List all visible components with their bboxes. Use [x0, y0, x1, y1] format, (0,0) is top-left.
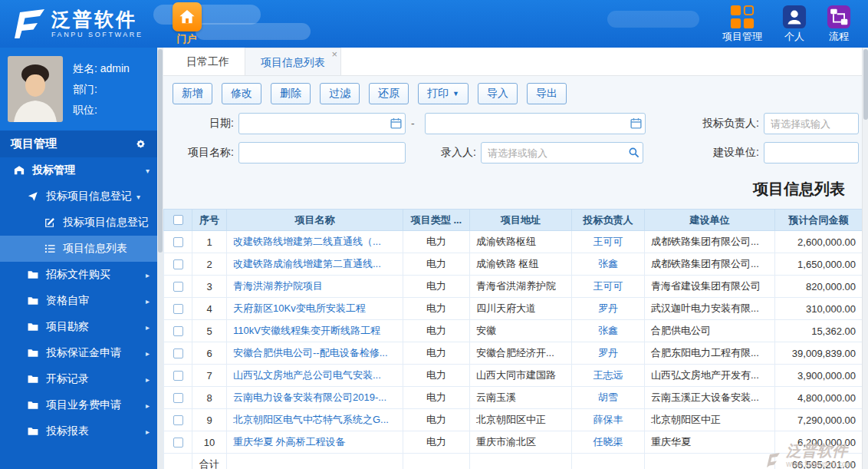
bid-leader-link[interactable]: 罗丹	[598, 302, 618, 314]
table-row: 7山西弘文房地产总公司电气安装...电力山西大同市建国路王志远山西弘文房地产开发…	[164, 365, 863, 387]
project-name-link[interactable]: 云南电力设备安装有限公司2019-...	[233, 391, 386, 403]
date-range-separator: -	[411, 117, 415, 130]
bid-leader-input[interactable]	[764, 113, 859, 134]
sidebar-item-project-info-list[interactable]: 项目信息列表	[0, 236, 163, 262]
row-checkbox[interactable]	[173, 371, 183, 381]
tab-daily-work[interactable]: 日常工作	[171, 48, 245, 75]
sidebar-item-project-survey[interactable]: 项目勘察▸	[0, 314, 163, 340]
table-body: 1改建铁路线增建第二线直通线（...电力成渝铁路枢纽王可可成都铁路集团有限公司.…	[164, 231, 863, 469]
row-select-cell	[164, 276, 192, 298]
project-name-link[interactable]: 重庆华夏 外高桥工程设备	[233, 436, 346, 448]
delete-button[interactable]: 删除	[271, 83, 311, 104]
bid-leader-link[interactable]: 张鑫	[598, 258, 618, 269]
date-from-input[interactable]	[238, 113, 406, 134]
calendar-icon[interactable]	[630, 117, 642, 129]
search-icon[interactable]	[628, 147, 639, 158]
row-checkbox[interactable]	[173, 259, 183, 269]
project-name-link[interactable]: 改建铁路成渝线增建第二直通线...	[233, 258, 381, 269]
sidebar-item-bid-opening-record[interactable]: 开标记录▸	[0, 366, 163, 392]
watermark: 泛普软件 www.fanpusoft.com	[764, 443, 853, 468]
bid-leader-link[interactable]: 任晓渠	[593, 436, 623, 448]
sidebar-scrollbar[interactable]	[157, 48, 163, 469]
row-checkbox[interactable]	[173, 393, 183, 403]
gear-icon[interactable]	[135, 138, 146, 150]
nav-item-process[interactable]: 流程	[827, 4, 851, 44]
window-scrollbar[interactable]	[862, 48, 868, 469]
project-name-link[interactable]: 北京朝阳区电气中芯特气系统之G...	[233, 414, 389, 425]
build-unit-input[interactable]	[764, 142, 859, 163]
project-name-link[interactable]: 110kV安徽线程集变开断线路工程	[233, 325, 380, 336]
nav-item-project-management[interactable]: 项目管理	[722, 4, 762, 44]
table-total-row: 合计66,595,201.00	[164, 454, 863, 469]
bid-leader-link[interactable]: 王可可	[593, 280, 623, 292]
tab-project-info-list[interactable]: 项目信息列表×	[245, 48, 341, 75]
date-filter-label: 日期:	[173, 117, 234, 130]
bid-leader-link[interactable]: 薛保丰	[593, 414, 623, 425]
calendar-icon[interactable]	[390, 117, 402, 129]
project-name-cell: 重庆华夏 外高桥工程设备	[227, 431, 403, 454]
row-select-cell	[164, 431, 192, 454]
cloud-decoration	[153, 5, 261, 25]
project-name-link[interactable]: 青海洪湖养护院项目	[233, 280, 323, 292]
sidebar-scrollbar-thumb[interactable]	[158, 49, 163, 253]
brand-logo: 泛普软件 FANPU SOFTWARE	[0, 9, 143, 38]
sidebar-item-bid-management[interactable]: 投标管理▾	[0, 157, 163, 183]
table-header-row: 序号项目名称项目类型 ...项目地址投标负责人建设单位预计合同金额	[164, 210, 863, 231]
bid-leader-link[interactable]: 王可可	[593, 236, 623, 247]
date-to-input[interactable]	[425, 113, 646, 134]
project-name-link[interactable]: 天府新区10Kv变电所安装工程	[233, 302, 366, 314]
project-name-input[interactable]	[238, 142, 406, 163]
row-checkbox[interactable]	[173, 438, 183, 448]
sidebar: 姓名: admin 部门: 职位: 项目管理 投标管理▾投标项目信息登记▾投标项…	[0, 48, 163, 469]
nav-item-personal[interactable]: 个人	[782, 4, 807, 44]
build-unit-cell: 武汉迦叶电力安装有限...	[645, 298, 775, 320]
caret-down-icon: ▾	[136, 193, 140, 201]
row-checkbox[interactable]	[173, 348, 183, 358]
column-header-unit: 建设单位	[645, 210, 775, 231]
select-all-checkbox[interactable]	[173, 215, 183, 225]
import-button[interactable]: 导入	[478, 83, 518, 104]
bid-leader-cell: 罗丹	[572, 342, 645, 365]
row-checkbox[interactable]	[173, 282, 183, 292]
sidebar-item-bid-project-info-register-group[interactable]: 投标项目信息登记▾	[0, 183, 163, 210]
sidebar-item-bid-bond-apply[interactable]: 投标保证金申请▸	[0, 340, 163, 366]
fanpu-watermark-icon	[764, 451, 781, 468]
list-icon	[43, 243, 56, 254]
filter-button[interactable]: 过滤	[320, 83, 360, 104]
bid-leader-link[interactable]: 王志远	[593, 369, 623, 381]
export-button[interactable]: 导出	[527, 83, 567, 104]
print-button[interactable]: 打印▼	[418, 83, 469, 104]
restore-button[interactable]: 还原	[369, 83, 409, 104]
nav-item-portal[interactable]: 门户	[173, 2, 202, 46]
row-select-cell	[164, 231, 192, 253]
amount-cell: 820,000.00	[775, 276, 863, 298]
sidebar-item-bid-project-info-register[interactable]: 投标项目信息登记	[0, 210, 163, 236]
window-scrollbar-thumb[interactable]	[863, 49, 868, 120]
bid-leader-cell: 胡雪	[572, 387, 645, 409]
bid-leader-link[interactable]: 罗丹	[598, 347, 618, 358]
sidebar-item-project-business-fee-apply[interactable]: 项目业务费申请▸	[0, 392, 163, 418]
flow-icon	[827, 4, 851, 29]
row-checkbox[interactable]	[173, 326, 183, 336]
bid-leader-link[interactable]: 胡雪	[598, 391, 618, 403]
close-icon[interactable]: ×	[331, 49, 337, 59]
seq-cell: 8	[192, 387, 227, 409]
project-name-link[interactable]: 改建铁路线增建第二线直通线（...	[233, 236, 381, 247]
row-checkbox[interactable]	[173, 304, 183, 314]
project-name-link[interactable]: 山西弘文房地产总公司电气安装...	[233, 369, 381, 381]
sidebar-item-bid-report[interactable]: 投标报表▸	[0, 418, 163, 444]
button-label: 修改	[231, 87, 252, 101]
sidebar-item-tender-doc-purchase[interactable]: 招标文件购买▸	[0, 262, 163, 288]
edit-button[interactable]: 修改	[222, 83, 261, 104]
main-content: 日常工作项目信息列表× 新增修改删除过滤还原打印▼导入导出 日期: - 投标负责…	[163, 48, 868, 469]
bid-leader-link[interactable]: 张鑫	[598, 325, 618, 336]
row-checkbox[interactable]	[173, 415, 183, 425]
project-type-cell: 电力	[403, 276, 470, 298]
sidebar-item-qualification-self-review[interactable]: 资格自审▸	[0, 288, 163, 314]
date-to-field	[425, 113, 646, 134]
recorder-input[interactable]	[481, 142, 643, 163]
project-name-link[interactable]: 安徽合肥供电公司--配电设备检修...	[233, 347, 388, 358]
add-button[interactable]: 新增	[173, 83, 212, 104]
row-checkbox[interactable]	[173, 237, 183, 247]
profile-department: 部门:	[73, 79, 130, 100]
